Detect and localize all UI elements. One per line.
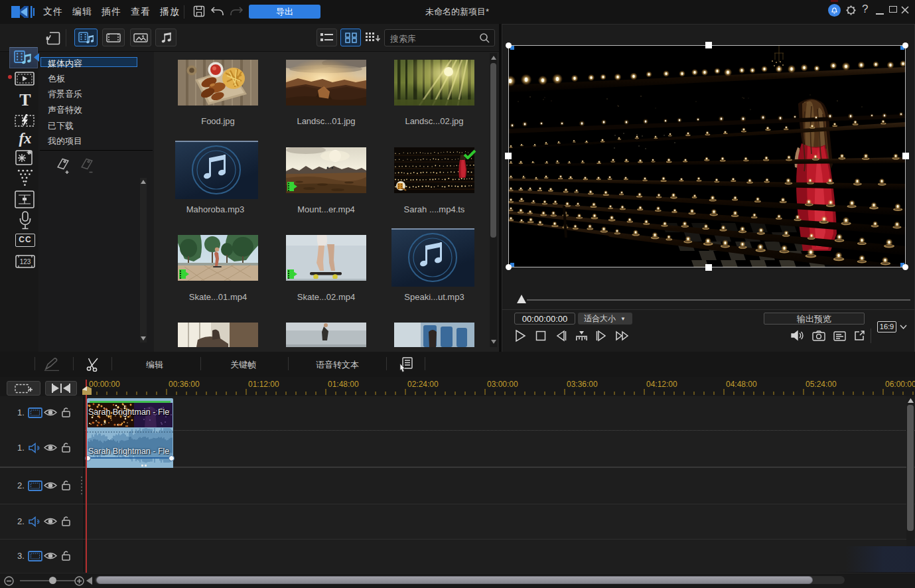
svg-text:00:36:00: 00:36:00 <box>169 380 200 389</box>
svg-text:03:00:00: 03:00:00 <box>487 380 518 389</box>
svg-text:03:36:00: 03:36:00 <box>567 380 598 389</box>
svg-text:01:12:00: 01:12:00 <box>248 380 279 389</box>
svg-text:06:00:00: 06:00:00 <box>885 380 915 389</box>
svg-text:123: 123 <box>20 258 31 265</box>
svg-text:04:12:00: 04:12:00 <box>646 380 677 389</box>
svg-text:02:24:00: 02:24:00 <box>407 380 439 389</box>
svg-text:04:48:00: 04:48:00 <box>726 380 757 389</box>
svg-text:00:00:00: 00:00:00 <box>89 380 120 389</box>
svg-text:01:48:00: 01:48:00 <box>328 380 359 389</box>
svg-text:05:24:00: 05:24:00 <box>806 380 837 389</box>
